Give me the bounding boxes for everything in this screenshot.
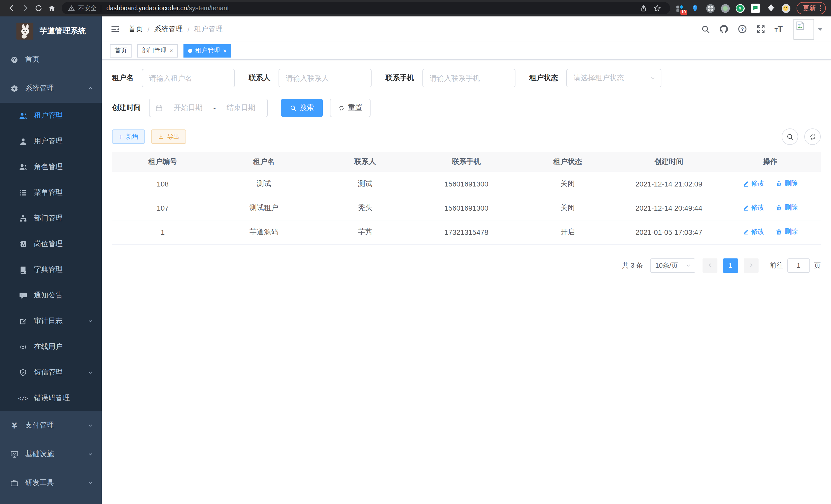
fullscreen-icon[interactable] — [756, 24, 766, 34]
font-size-icon[interactable]: TT — [774, 24, 783, 34]
page-size-select[interactable]: 10条/页 — [650, 258, 695, 272]
breadcrumb-system[interactable]: 系统管理 — [154, 24, 183, 34]
sidebar-item-audit-log[interactable]: 审计日志 — [0, 308, 102, 334]
table-row: 108 测试 测试 15601691300 关闭 2021-12-14 21:0… — [112, 172, 821, 196]
security-label[interactable]: 不安全 — [78, 4, 96, 12]
hamburger-icon[interactable] — [110, 24, 120, 34]
tenant-table: 租户编号 租户名 联系人 联系手机 租户状态 创建时间 操作 108 测试 — [112, 152, 821, 244]
sidebar-item-post[interactable]: 岗位管理 — [0, 231, 102, 257]
chevron-down-icon — [87, 369, 93, 376]
contact-input[interactable] — [279, 69, 372, 87]
y-extension-icon[interactable]: Y — [736, 4, 744, 12]
breadcrumb-home[interactable]: 首页 — [128, 24, 143, 34]
table-row: 1 芋道源码 芋艿 17321315478 开启 2021-01-05 17:0… — [112, 220, 821, 244]
search-icon — [290, 105, 296, 111]
trash-icon — [776, 205, 782, 211]
blocks-extension-icon[interactable]: 10 — [675, 4, 684, 13]
delete-button[interactable]: 删除 — [776, 203, 798, 212]
browser-menu-icon[interactable] — [820, 5, 821, 11]
col-tenant-id: 租户编号 — [112, 152, 213, 172]
sidebar-item-payment[interactable]: ¥ 支付管理 — [0, 411, 102, 440]
chevron-down-icon — [686, 263, 691, 268]
sidebar-item-tenant[interactable]: 租户管理 — [0, 103, 102, 128]
sidebar-item-home[interactable]: 首页 — [0, 45, 102, 74]
table-header-row: 租户编号 租户名 联系人 联系手机 租户状态 创建时间 操作 — [112, 152, 821, 172]
tenant-name-input[interactable] — [142, 69, 235, 87]
refresh-table-button[interactable] — [804, 128, 821, 145]
delete-button[interactable]: 删除 — [776, 179, 798, 188]
sidebar-item-dev-tools[interactable]: 研发工具 — [0, 469, 102, 497]
user-icon — [19, 137, 27, 146]
search-button[interactable]: 搜索 — [281, 99, 323, 117]
mobile-input[interactable] — [423, 69, 515, 87]
col-status: 租户状态 — [517, 152, 618, 172]
puzzle-extensions-icon[interactable] — [766, 4, 775, 13]
trash-icon — [776, 180, 782, 187]
sidebar-item-online-users[interactable]: 在线用户 — [0, 334, 102, 360]
sidebar-item-dict[interactable]: 字典管理 — [0, 257, 102, 283]
edit-pencil-icon — [742, 180, 749, 187]
post-badge-icon — [19, 240, 27, 248]
tenant-name-label: 租户名 — [112, 73, 134, 83]
bookmark-star-icon[interactable] — [650, 2, 664, 15]
sidebar-item-system[interactable]: 系统管理 — [0, 74, 102, 103]
browser-reload-button[interactable] — [32, 2, 45, 15]
sidebar-item-infra[interactable]: 基础设施 — [0, 440, 102, 469]
online-users-icon — [19, 343, 27, 351]
sidebar-item-dept[interactable]: 部门管理 — [0, 206, 102, 231]
status-select[interactable]: 请选择租户状态 — [566, 69, 661, 87]
browser-toolbar: 不安全 dashboard.yudao.iocoder.cn/system/te… — [0, 0, 831, 17]
browser-back-button[interactable] — [5, 2, 19, 15]
dot-extension-icon[interactable] — [721, 4, 729, 12]
start-date-input[interactable]: 开始日期 — [168, 103, 209, 113]
browser-home-button[interactable] — [45, 2, 59, 15]
close-icon[interactable]: × — [170, 48, 173, 54]
org-tree-icon — [19, 214, 27, 223]
sidebar-item-notice[interactable]: 通知公告 — [0, 283, 102, 308]
next-page-button[interactable] — [744, 258, 758, 272]
chat-extension-icon[interactable] — [751, 4, 760, 13]
dashboard-icon — [10, 55, 19, 64]
pin-extension-icon[interactable] — [690, 4, 700, 13]
sidebar-item-error-code[interactable]: </> 错误码管理 — [0, 385, 102, 411]
edit-button[interactable]: 修改 — [742, 179, 765, 188]
user-avatar-menu[interactable] — [794, 19, 823, 39]
header-search-icon[interactable] — [701, 24, 710, 34]
delete-button[interactable]: 删除 — [776, 227, 798, 237]
export-button[interactable]: 导出 — [151, 129, 186, 144]
url-text[interactable]: dashboard.yudao.iocoder.cn/system/tenant — [106, 5, 229, 12]
sidebar-item-user[interactable]: 用户管理 — [0, 128, 102, 154]
sidebar-item-menu[interactable]: 菜单管理 — [0, 180, 102, 206]
help-question-icon[interactable]: ? — [738, 24, 747, 34]
tab-home[interactable]: 首页 — [110, 44, 132, 57]
dev-tools-icon — [10, 479, 19, 487]
end-date-input[interactable]: 结束日期 — [221, 103, 262, 113]
contact-label: 联系人 — [249, 73, 270, 83]
edit-button[interactable]: 修改 — [742, 203, 765, 212]
tab-dept[interactable]: 部门管理 × — [137, 44, 178, 57]
reset-button[interactable]: 重置 — [330, 99, 371, 117]
browser-update-button[interactable]: 更新 — [796, 2, 826, 14]
browser-forward-button[interactable] — [19, 2, 32, 15]
edit-button[interactable]: 修改 — [742, 227, 765, 237]
top-navbar: 首页 / 系统管理 / 租户管理 ? — [102, 17, 831, 42]
prev-page-button[interactable] — [703, 258, 717, 272]
chevron-left-icon — [707, 263, 713, 268]
sidebar-item-role[interactable]: 角色管理 — [0, 154, 102, 180]
emoji-extension-icon[interactable] — [781, 4, 790, 12]
toggle-search-button[interactable] — [782, 128, 798, 145]
url-bar[interactable]: 不安全 dashboard.yudao.iocoder.cn/system/te… — [62, 2, 670, 14]
close-icon[interactable]: × — [223, 48, 227, 54]
sidebar-item-sms[interactable]: 短信管理 — [0, 360, 102, 385]
trash-icon — [776, 229, 782, 235]
create-time-range-picker[interactable]: 开始日期 - 结束日期 — [149, 99, 268, 117]
notice-message-icon — [19, 291, 27, 300]
goto-page-input[interactable] — [787, 258, 810, 272]
tab-tenant[interactable]: 租户管理 × — [183, 44, 231, 57]
current-page-button[interactable]: 1 — [723, 258, 738, 272]
add-button[interactable]: + 新增 — [112, 129, 145, 144]
command-extension-icon[interactable] — [706, 4, 715, 12]
share-icon[interactable] — [637, 2, 650, 15]
github-icon[interactable] — [719, 24, 729, 34]
app-logo[interactable]: 芋道管理系统 — [0, 17, 102, 45]
